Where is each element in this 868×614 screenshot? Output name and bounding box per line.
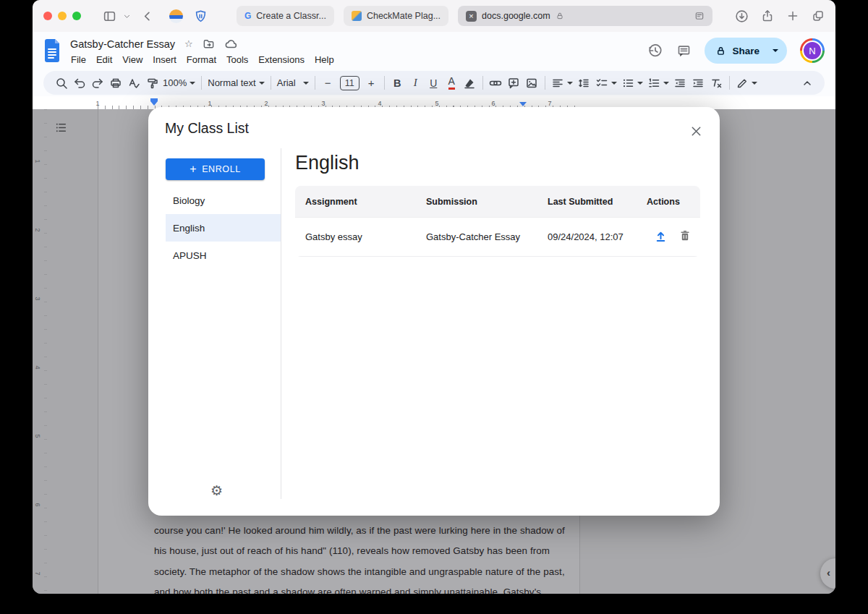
add-comment-button[interactable]: [505, 74, 523, 93]
vertical-ruler: [38, 109, 47, 594]
bold-button[interactable]: B: [388, 74, 407, 93]
tab-close-icon[interactable]: ×: [466, 11, 477, 22]
move-folder-icon[interactable]: [203, 38, 215, 50]
cloud-status-icon[interactable]: [224, 38, 237, 51]
decrease-font-size-button[interactable]: −: [319, 74, 337, 93]
enroll-button[interactable]: + ENROLL: [166, 158, 265, 180]
class-item-apush[interactable]: APUSH: [166, 242, 281, 269]
cell-assignment: Gatsby essay: [305, 231, 426, 242]
vruler-number: 4: [34, 365, 41, 369]
menu-format[interactable]: Format: [182, 54, 221, 66]
paint-format-button[interactable]: [142, 74, 161, 93]
toolbar: 100% Normal text Arial − 11 + B I U A: [43, 71, 825, 95]
share-dropdown-button[interactable]: [767, 49, 787, 52]
increase-indent-button[interactable]: [689, 74, 707, 93]
share-button[interactable]: Share: [705, 46, 767, 56]
search-menus-button[interactable]: [52, 74, 70, 93]
chevron-down-icon[interactable]: [123, 12, 131, 20]
menu-extensions[interactable]: Extensions: [253, 54, 310, 66]
menu-tools[interactable]: Tools: [221, 54, 253, 66]
tab-create-classroom[interactable]: G Create a Classr...: [237, 6, 334, 26]
tab-overview-icon[interactable]: [812, 9, 825, 22]
hide-menus-button[interactable]: [798, 74, 816, 93]
insert-image-button[interactable]: [523, 74, 541, 93]
zoom-select[interactable]: 100%: [161, 74, 197, 93]
redo-button[interactable]: [88, 74, 106, 93]
col-assignment: Assignment: [305, 197, 426, 207]
insert-link-button[interactable]: [487, 74, 505, 93]
print-button[interactable]: [106, 74, 124, 93]
tab-active-docs[interactable]: × docs.google.com: [458, 6, 712, 26]
toolbar-wrap: 100% Normal text Arial − 11 + B I U A: [33, 69, 835, 96]
ruler-number: 7: [548, 100, 551, 107]
document-outline-icon[interactable]: [54, 121, 68, 137]
undo-button[interactable]: [70, 74, 88, 93]
font-family-select[interactable]: Arial: [275, 74, 311, 93]
plus-icon: +: [190, 163, 197, 175]
document-title[interactable]: Gatsby-Catcher Essay: [70, 38, 175, 50]
class-item-english[interactable]: English: [166, 214, 281, 242]
menu-edit[interactable]: Edit: [91, 54, 117, 66]
shield-extension-icon[interactable]: [194, 9, 208, 23]
editing-mode-select[interactable]: [733, 74, 760, 93]
resubmit-upload-icon[interactable]: [654, 229, 668, 245]
new-tab-icon[interactable]: [786, 9, 799, 22]
font-size-input[interactable]: 11: [340, 76, 359, 90]
menu-file[interactable]: File: [66, 54, 91, 66]
downloads-icon[interactable]: [735, 9, 749, 23]
toolbar-divider: [384, 76, 385, 90]
paragraph-style-select[interactable]: Normal text: [205, 74, 266, 93]
back-button[interactable]: [141, 10, 153, 22]
col-actions: Actions: [647, 197, 700, 207]
class-item-biology[interactable]: Biology: [166, 187, 281, 214]
comments-icon[interactable]: [676, 43, 692, 59]
star-icon[interactable]: ☆: [184, 39, 193, 48]
indent-marker-left[interactable]: [150, 98, 158, 106]
bulleted-list-select[interactable]: [619, 74, 645, 93]
align-select[interactable]: [549, 74, 575, 93]
tab-label: CheckMate Plag...: [367, 11, 441, 21]
underline-button[interactable]: U: [425, 74, 443, 93]
italic-button[interactable]: I: [407, 74, 425, 93]
col-submission: Submission: [426, 197, 548, 207]
dialog-title: My Class List: [165, 120, 249, 137]
spellcheck-button[interactable]: [124, 74, 142, 93]
reader-mode-icon[interactable]: [694, 11, 705, 21]
version-history-icon[interactable]: [647, 43, 663, 59]
chevron-left-icon: ‹: [827, 566, 830, 579]
highlight-color-button[interactable]: [461, 74, 479, 93]
checklist-select[interactable]: [593, 74, 619, 93]
vruler-number: 3: [34, 297, 41, 300]
close-window-button[interactable]: [43, 12, 52, 20]
avatar[interactable]: N: [802, 40, 822, 61]
sidebar-toggle-icon[interactable]: [103, 9, 116, 23]
menu-help[interactable]: Help: [310, 54, 339, 66]
browser-window: G Create a Classr... CheckMate Plag... ×…: [33, 0, 835, 594]
collapse-panel-button[interactable]: ‹: [820, 558, 835, 589]
extension-icon[interactable]: [169, 9, 183, 23]
indent-marker-right[interactable]: [519, 102, 527, 106]
clear-formatting-button[interactable]: [707, 74, 726, 93]
cell-submission: Gatsby-Catcher Essay: [426, 231, 548, 242]
text-color-button[interactable]: A: [443, 74, 461, 93]
minimize-window-button[interactable]: [58, 12, 67, 20]
ruler-number: 6: [491, 100, 495, 107]
close-dialog-button[interactable]: [686, 121, 705, 140]
google-docs-logo[interactable]: [43, 39, 61, 62]
decrease-indent-button[interactable]: [671, 74, 689, 93]
class-sidebar: + ENROLL Biology English APUSH ⚙: [166, 148, 281, 499]
document-text-line: and how both the past and a shadow are o…: [154, 587, 541, 594]
google-favicon: G: [244, 11, 251, 21]
zoom-window-button[interactable]: [72, 12, 81, 20]
delete-trash-icon[interactable]: [678, 229, 692, 244]
increase-font-size-button[interactable]: +: [362, 74, 380, 93]
menu-view[interactable]: View: [117, 54, 148, 66]
share-page-icon[interactable]: [761, 9, 774, 22]
docs-header: Gatsby-Catcher Essay ☆ File Edit View In…: [33, 32, 835, 69]
tab-strip: G Create a Classr... CheckMate Plag... ×…: [237, 6, 712, 26]
settings-gear-icon[interactable]: ⚙: [210, 484, 223, 498]
line-spacing-button[interactable]: [575, 74, 593, 93]
menu-insert[interactable]: Insert: [148, 54, 182, 66]
numbered-list-select[interactable]: [645, 74, 671, 93]
tab-checkmate[interactable]: CheckMate Plag...: [344, 6, 448, 26]
